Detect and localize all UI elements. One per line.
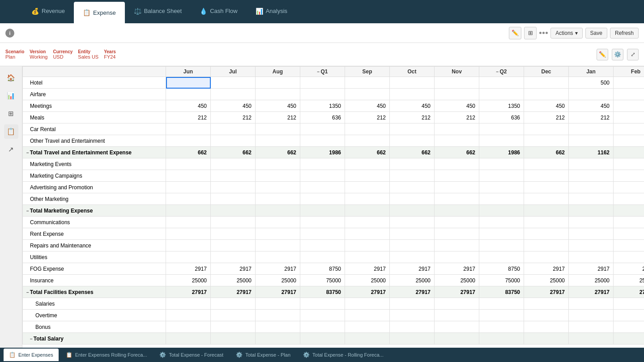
data-cell[interactable]: 25000 xyxy=(524,275,569,286)
data-cell[interactable] xyxy=(614,170,644,182)
data-cell[interactable]: 2917 xyxy=(256,263,300,275)
data-cell[interactable] xyxy=(300,170,345,182)
data-cell[interactable] xyxy=(345,124,390,135)
tab-balance-sheet[interactable]: ⚖️ Balance Sheet xyxy=(125,0,191,23)
data-cell[interactable] xyxy=(524,240,569,251)
data-cell[interactable]: 1350 xyxy=(300,100,345,112)
data-cell[interactable] xyxy=(256,298,300,310)
data-cell[interactable] xyxy=(166,321,211,333)
data-cell[interactable]: 8750 xyxy=(479,263,524,275)
q1-collapse-btn[interactable]: − xyxy=(317,69,320,74)
spreadsheet-container[interactable]: Jun Jul Aug −Q1 Sep Oct Nov −Q2 Dec Jan … xyxy=(22,66,644,348)
data-cell[interactable] xyxy=(166,182,211,193)
data-cell[interactable] xyxy=(569,333,614,345)
entity-filter[interactable]: Entity Sales US xyxy=(78,49,98,60)
data-cell[interactable]: 212 xyxy=(345,112,390,124)
data-cell[interactable] xyxy=(300,321,345,333)
data-cell[interactable]: 8750 xyxy=(300,263,345,275)
data-cell[interactable]: 25000 xyxy=(256,275,300,286)
row-collapse-btn[interactable]: − xyxy=(26,150,29,155)
data-cell[interactable]: 662 xyxy=(166,147,211,158)
data-cell[interactable] xyxy=(524,251,569,263)
data-cell[interactable] xyxy=(256,251,300,263)
data-cell[interactable]: 662 xyxy=(614,147,644,158)
bottom-tab-total-forecast[interactable]: ⚙️ Total Expense - Forecast xyxy=(154,349,229,361)
data-cell[interactable] xyxy=(569,251,614,263)
data-cell[interactable] xyxy=(256,333,300,345)
data-cell[interactable] xyxy=(479,333,524,345)
data-cell[interactable]: 25000 xyxy=(166,275,211,286)
refresh-button[interactable]: Refresh xyxy=(610,28,639,38)
data-cell[interactable]: 25000 xyxy=(569,275,614,286)
data-cell[interactable] xyxy=(614,158,644,170)
data-cell[interactable] xyxy=(211,217,256,228)
bottom-tab-rolling-forecast[interactable]: 📋 Enter Expenses Rolling Foreca... xyxy=(60,349,153,361)
version-filter[interactable]: Version Working xyxy=(30,49,47,60)
data-cell[interactable] xyxy=(300,205,345,217)
data-cell[interactable] xyxy=(300,193,345,205)
data-cell[interactable]: 2917 xyxy=(166,263,211,275)
data-cell[interactable]: 25000 xyxy=(390,275,435,286)
data-cell[interactable] xyxy=(256,205,300,217)
data-cell[interactable] xyxy=(300,89,345,100)
data-cell[interactable]: 2917 xyxy=(211,263,256,275)
data-cell[interactable] xyxy=(166,77,211,89)
data-cell[interactable]: 450 xyxy=(211,100,256,112)
data-cell[interactable] xyxy=(569,89,614,100)
data-cell[interactable] xyxy=(166,240,211,251)
data-cell[interactable] xyxy=(211,298,256,310)
tab-revenue[interactable]: 💰 Revenue xyxy=(22,0,74,23)
data-cell[interactable]: 212 xyxy=(614,112,644,124)
data-cell[interactable] xyxy=(614,321,644,333)
data-cell[interactable] xyxy=(479,124,524,135)
data-cell[interactable] xyxy=(614,251,644,263)
data-cell[interactable]: 662 xyxy=(390,147,435,158)
data-cell[interactable] xyxy=(524,158,569,170)
data-cell[interactable] xyxy=(524,298,569,310)
data-cell[interactable]: 662 xyxy=(345,147,390,158)
data-cell[interactable] xyxy=(390,158,435,170)
data-cell[interactable] xyxy=(345,240,390,251)
data-cell[interactable]: 25000 xyxy=(211,275,256,286)
data-cell[interactable] xyxy=(569,182,614,193)
data-cell[interactable] xyxy=(569,321,614,333)
data-cell[interactable] xyxy=(390,228,435,240)
data-cell[interactable]: 212 xyxy=(569,112,614,124)
data-cell[interactable]: 2917 xyxy=(345,263,390,275)
data-cell[interactable]: 2917 xyxy=(524,263,569,275)
data-cell[interactable]: 662 xyxy=(524,147,569,158)
data-cell[interactable] xyxy=(614,310,644,321)
currency-filter[interactable]: Currency USD xyxy=(53,49,73,60)
data-cell[interactable] xyxy=(569,124,614,135)
data-cell[interactable] xyxy=(345,228,390,240)
data-cell[interactable] xyxy=(390,193,435,205)
data-cell[interactable]: 450 xyxy=(345,100,390,112)
data-cell[interactable]: 27917 xyxy=(345,286,390,298)
data-cell[interactable] xyxy=(435,205,479,217)
data-cell[interactable] xyxy=(211,333,256,345)
data-cell[interactable]: 27917 xyxy=(614,286,644,298)
data-cell[interactable]: 25000 xyxy=(345,275,390,286)
data-cell[interactable]: 2917 xyxy=(569,263,614,275)
data-cell[interactable] xyxy=(479,193,524,205)
data-cell[interactable] xyxy=(479,205,524,217)
data-cell[interactable] xyxy=(390,240,435,251)
data-cell[interactable]: 450 xyxy=(390,100,435,112)
data-cell[interactable] xyxy=(479,217,524,228)
data-cell[interactable]: 83750 xyxy=(479,286,524,298)
scenario-filter[interactable]: Scenario Plan xyxy=(5,49,24,60)
data-cell[interactable]: 27917 xyxy=(390,286,435,298)
data-cell[interactable] xyxy=(211,228,256,240)
data-cell[interactable] xyxy=(524,333,569,345)
data-cell[interactable] xyxy=(166,228,211,240)
sidebar-icon-grid[interactable]: ⊞ xyxy=(4,106,18,121)
data-cell[interactable] xyxy=(300,135,345,147)
bottom-tab-enter-expenses[interactable]: 📋 Enter Expenses xyxy=(4,349,59,361)
data-cell[interactable]: 2917 xyxy=(435,263,479,275)
data-cell[interactable] xyxy=(211,251,256,263)
data-cell[interactable] xyxy=(211,205,256,217)
data-cell[interactable] xyxy=(166,158,211,170)
data-cell[interactable] xyxy=(211,310,256,321)
data-cell[interactable] xyxy=(614,89,644,100)
data-cell[interactable] xyxy=(390,310,435,321)
